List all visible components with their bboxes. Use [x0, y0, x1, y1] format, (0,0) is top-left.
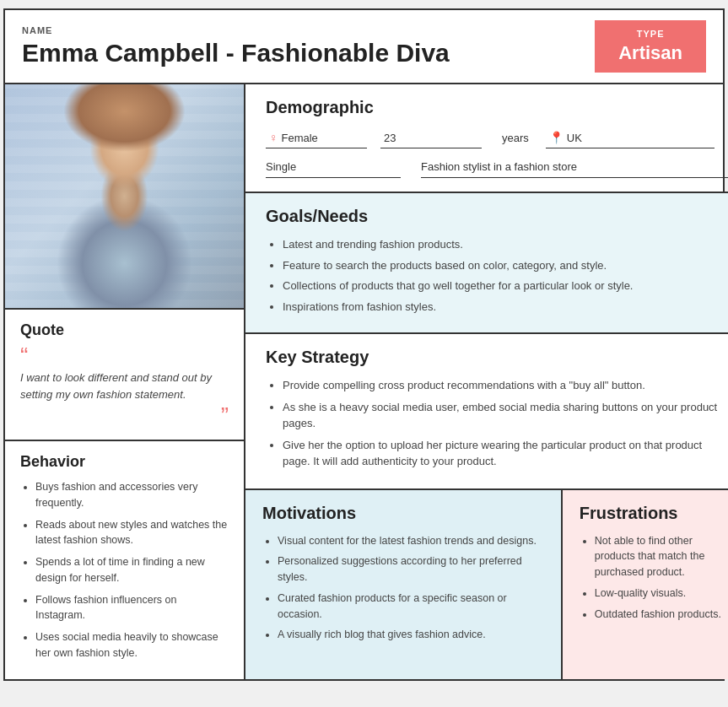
frustrations-section: Frustrations Not able to find other prod… [563, 490, 728, 679]
list-item: Feature to search the products based on … [283, 257, 728, 274]
list-item: Low-quality visuals. [595, 586, 728, 602]
frustrations-title: Frustrations [580, 504, 728, 523]
gender-value: Female [282, 132, 318, 144]
behavior-title: Behavior [20, 453, 229, 471]
list-item: Follows fashion influencers on Instagram… [35, 592, 229, 624]
left-column: Quote “ I want to look different and sta… [5, 84, 245, 679]
location-icon: 📍 [549, 131, 564, 144]
occupation-value: Fashion stylist in a fashion store [421, 160, 577, 173]
list-item: Visual content for the latest fashion tr… [278, 533, 544, 549]
right-column: Demographic ♀ Female 23 years 📍 UK [245, 84, 728, 679]
motivations-title: Motivations [262, 504, 544, 523]
list-item: Inspirations from fashion styles. [283, 299, 728, 316]
bottom-row: Motivations Visual content for the lates… [245, 490, 728, 679]
goals-title: Goals/Needs [266, 207, 728, 226]
list-item: Not able to find other products that mat… [595, 533, 728, 580]
list-item: Uses social media heavily to showcase he… [35, 629, 229, 661]
quote-section: Quote “ I want to look different and sta… [5, 308, 244, 441]
persona-card: NAME Emma Campbell - Fashionable Diva TY… [3, 8, 725, 681]
demographic-section: Demographic ♀ Female 23 years 📍 UK [245, 84, 728, 193]
type-label: TYPE [637, 29, 665, 39]
relationship-value: Single [266, 160, 296, 173]
list-item: Spends a lot of time in finding a new de… [35, 554, 229, 586]
list-item: Provide compelling cross product recomme… [283, 377, 728, 394]
type-value: Artisan [618, 42, 682, 64]
body: Quote “ I want to look different and sta… [5, 84, 723, 679]
header-left: NAME Emma Campbell - Fashionable Diva [22, 20, 450, 73]
strategy-list: Provide compelling cross product recomme… [266, 377, 728, 470]
persona-name: Emma Campbell - Fashionable Diva [22, 39, 450, 67]
goals-section: Goals/Needs Latest and trending fashion … [245, 193, 728, 334]
quote-close-icon: ” [20, 404, 229, 428]
motivations-section: Motivations Visual content for the lates… [245, 490, 563, 679]
profile-photo [5, 84, 244, 308]
gender-field: ♀ Female [266, 127, 367, 148]
age-unit: years [502, 132, 529, 144]
header: NAME Emma Campbell - Fashionable Diva TY… [5, 10, 723, 84]
list-item: Latest and trending fashion products. [283, 236, 728, 253]
age-field: 23 [380, 128, 482, 148]
age-value: 23 [384, 132, 396, 144]
frustrations-list: Not able to find other products that mat… [580, 533, 728, 623]
list-item: Curated fashion products for a specific … [278, 591, 544, 623]
behavior-list: Buys fashion and accessories very freque… [20, 479, 229, 661]
demographic-title: Demographic [266, 98, 728, 117]
behavior-section: Behavior Buys fashion and accessories ve… [5, 441, 244, 679]
demo-row-1: ♀ Female 23 years 📍 UK [266, 127, 728, 148]
list-item: Collections of products that go well tog… [283, 278, 728, 294]
list-item: A visually rich blog that gives fashion … [278, 627, 544, 643]
list-item: As she is a heavy social media user, emb… [283, 399, 728, 432]
list-item: Reads about new styles and watches the l… [35, 517, 229, 549]
quote-open-icon: “ [20, 344, 229, 368]
gender-icon: ♀ [269, 131, 278, 144]
strategy-title: Key Strategy [266, 348, 728, 367]
quote-text: I want to look different and stand out b… [20, 370, 229, 402]
list-item: Outdated fashion products. [595, 607, 728, 623]
name-label: NAME [22, 25, 450, 35]
quote-title: Quote [20, 321, 229, 339]
motivations-list: Visual content for the latest fashion tr… [262, 533, 544, 644]
occupation-field: Fashion stylist in a fashion store [421, 155, 728, 178]
list-item: Buys fashion and accessories very freque… [35, 479, 229, 511]
relationship-field: Single [266, 155, 401, 178]
demo-row-2: Single Fashion stylist in a fashion stor… [266, 155, 728, 178]
list-item: Personalized suggestions according to he… [278, 553, 544, 586]
photo-overlay [5, 84, 244, 308]
strategy-section: Key Strategy Provide compelling cross pr… [245, 334, 728, 490]
list-item: Give her the option to upload her pictur… [283, 437, 728, 470]
location-field: 📍 UK [546, 127, 715, 148]
goals-list: Latest and trending fashion products. Fe… [266, 236, 728, 315]
type-badge: TYPE Artisan [595, 20, 706, 73]
location-value: UK [567, 132, 582, 144]
